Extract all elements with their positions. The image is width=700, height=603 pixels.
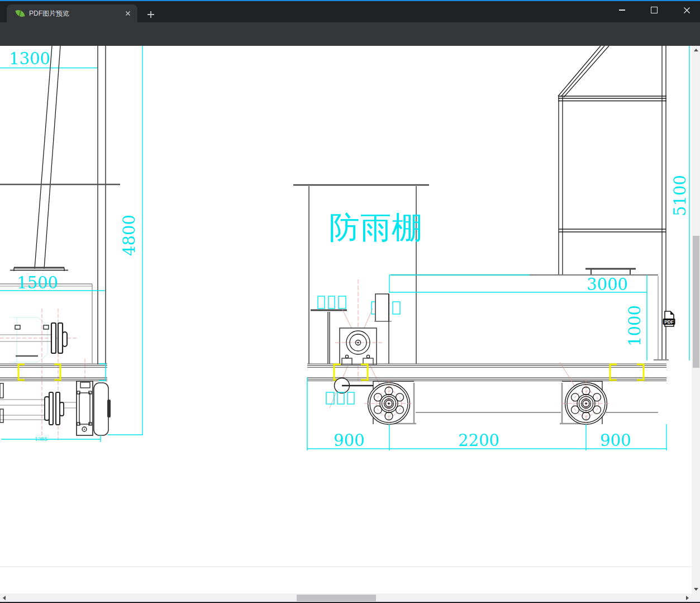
pdf-label: PDF (664, 320, 673, 325)
window-top-accent (0, 0, 700, 1)
bottom-dimensions: 900 2200 900 (307, 377, 666, 450)
browser-toolbar (0, 22, 700, 46)
scroll-right-icon[interactable] (686, 596, 689, 600)
horizontal-scrollbar[interactable] (0, 593, 692, 602)
rail-end-bracket (99, 364, 106, 381)
left-elevation: 1300 4800 1500 (0, 46, 142, 442)
dim-2200: 2200 (458, 431, 499, 450)
dim-900-rear: 900 (600, 431, 631, 450)
close-button[interactable] (674, 1, 700, 19)
dim-1300: 1300 (9, 49, 50, 68)
left-frame-rails (0, 364, 107, 381)
dim-5100: 5100 (670, 175, 689, 216)
chassis-rails (307, 364, 666, 381)
dim-900-front: 900 (334, 431, 364, 450)
axle-assembly (0, 381, 111, 435)
vertical-scroll-thumb[interactable] (693, 236, 699, 368)
shelter-label: 防雨棚 (329, 210, 423, 245)
new-tab-button[interactable] (144, 8, 158, 21)
towing-detail (326, 378, 373, 405)
horizontal-scroll-thumb[interactable] (297, 595, 376, 601)
maximize-button[interactable] (641, 1, 667, 19)
spring-leaf-favicon (16, 9, 25, 18)
scroll-up-icon[interactable] (694, 49, 698, 51)
minimize-button[interactable] (609, 1, 635, 19)
dim-1500: 1500 (17, 273, 58, 292)
dim-3000: 3000 (587, 275, 628, 294)
wheel-rear (560, 362, 611, 428)
scroll-left-icon[interactable] (3, 596, 6, 600)
preview-content: 1300 4800 1500 (0, 46, 700, 593)
scrollbar-corner (692, 593, 700, 602)
browser-window: PDF图片预览 (0, 0, 700, 603)
vertical-scrollbar[interactable] (692, 46, 700, 593)
scroll-down-icon[interactable] (694, 588, 698, 591)
tab-title: PDF图片预览 (29, 9, 123, 18)
tab-pdf-preview[interactable]: PDF图片预览 (7, 4, 137, 22)
cad-drawing: 1300 4800 1500 (0, 46, 692, 593)
tab-bar: PDF图片预览 (0, 0, 700, 22)
dim-4800: 4800 (120, 215, 139, 256)
dim-1000: 1000 (625, 305, 644, 346)
pdf-download-button[interactable]: PDF (663, 311, 675, 327)
wheel-side (94, 383, 108, 435)
tab-close-icon[interactable] (123, 8, 133, 18)
deck-elevation: 3000 1000 (389, 269, 658, 360)
